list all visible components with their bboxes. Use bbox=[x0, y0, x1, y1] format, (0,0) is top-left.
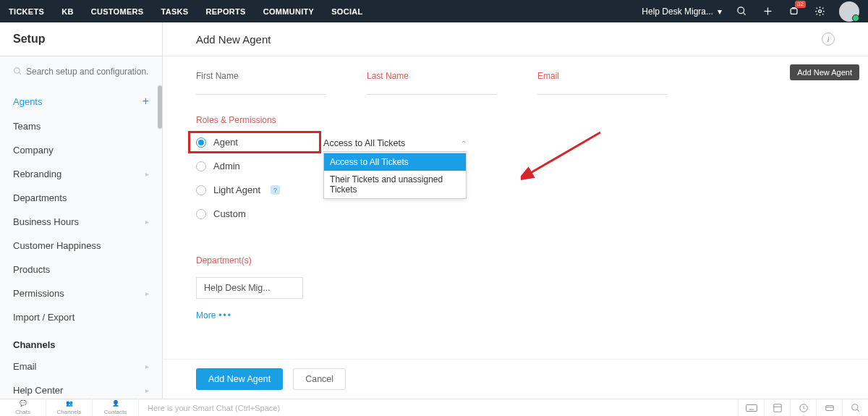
sidebar-item-help-center[interactable]: Help Center▸ bbox=[0, 378, 162, 399]
sb-contacts[interactable]: 👤 Contacts bbox=[93, 399, 139, 416]
card-icon[interactable] bbox=[816, 399, 842, 417]
scrollbar-thumb[interactable] bbox=[158, 85, 162, 129]
svg-rect-4 bbox=[791, 9, 797, 14]
radio-icon bbox=[196, 161, 206, 171]
notification-badge: 32 bbox=[795, 1, 806, 8]
svg-rect-15 bbox=[773, 404, 781, 412]
cancel-button[interactable]: Cancel bbox=[293, 368, 346, 390]
department-select[interactable]: Help Desk Mig... bbox=[196, 277, 303, 299]
window-icon[interactable] bbox=[764, 399, 790, 417]
sidebar-item-label: Teams bbox=[13, 121, 41, 132]
sidebar-item-email[interactable]: Email▸ bbox=[0, 355, 162, 378]
role-option-light-agent[interactable]: Light Agent ? bbox=[196, 184, 280, 195]
sidebar-item-label: Customer Happiness bbox=[13, 240, 101, 251]
main-panel: Add New Agent i Add New Agent First Name… bbox=[163, 22, 868, 399]
more-label: More bbox=[196, 310, 216, 321]
sidebar-item-label: Import / Export bbox=[13, 312, 75, 323]
footer-bar: Add New Agent Cancel bbox=[163, 359, 868, 399]
sidebar-item-label: Rebranding bbox=[13, 169, 61, 179]
role-option-admin[interactable]: Admin bbox=[196, 161, 280, 171]
sidebar-title: Setup bbox=[0, 22, 162, 56]
first-name-field[interactable]: First Name bbox=[196, 71, 326, 95]
sidebar-item-rebranding[interactable]: Rebranding▸ bbox=[0, 162, 162, 186]
nav-tasks[interactable]: TASKS bbox=[161, 7, 188, 16]
avatar[interactable] bbox=[839, 1, 859, 22]
nav-tickets[interactable]: TICKETS bbox=[9, 7, 44, 16]
role-label: Agent bbox=[213, 137, 238, 148]
page-title: Add New Agent bbox=[196, 33, 271, 46]
chevron-down-icon: ▾ bbox=[718, 7, 722, 17]
sb-channels[interactable]: 👥 Channels bbox=[46, 399, 93, 416]
dots-icon: ••• bbox=[218, 310, 232, 321]
sidebar: Setup Agents + Teams Company Rebranding▸… bbox=[0, 22, 163, 399]
status-bar: 💬 Chats 👥 Channels 👤 Contacts Here is yo… bbox=[0, 399, 868, 416]
smart-chat-hint[interactable]: Here is your Smart Chat (Ctrl+Space) bbox=[139, 404, 738, 412]
sidebar-item-import-export[interactable]: Import / Export bbox=[0, 305, 162, 329]
plus-icon[interactable] bbox=[761, 5, 774, 18]
chevron-right-icon: ▸ bbox=[145, 386, 149, 394]
role-label: Light Agent bbox=[213, 184, 260, 195]
permission-select[interactable]: Access to All Tickets ⌃ Access to All Ti… bbox=[323, 135, 467, 152]
permission-option[interactable]: Access to All Tickets bbox=[324, 153, 466, 171]
nav-community[interactable]: COMMUNITY bbox=[263, 7, 315, 16]
top-nav: TICKETS KB CUSTOMERS TASKS REPORTS COMMU… bbox=[0, 0, 868, 22]
sidebar-item-label: Agents bbox=[13, 96, 42, 107]
sidebar-list: Agents + Teams Company Rebranding▸ Depar… bbox=[0, 85, 162, 399]
chevron-right-icon: ▸ bbox=[145, 362, 149, 370]
sb-chats[interactable]: 💬 Chats bbox=[0, 399, 46, 416]
role-label: Admin bbox=[213, 161, 240, 171]
sidebar-item-departments[interactable]: Departments bbox=[0, 186, 162, 210]
sidebar-item-business-hours[interactable]: Business Hours▸ bbox=[0, 210, 162, 234]
role-option-custom[interactable]: Custom bbox=[196, 208, 280, 219]
svg-line-1 bbox=[743, 12, 745, 14]
notifications-icon[interactable]: 32 bbox=[787, 5, 800, 18]
first-name-label: First Name bbox=[196, 71, 326, 81]
svg-rect-9 bbox=[746, 404, 757, 411]
sidebar-item-permissions[interactable]: Permissions▸ bbox=[0, 281, 162, 305]
sb-label: Chats bbox=[15, 409, 30, 415]
permission-option[interactable]: Their Tickets and unassigned Tickets bbox=[324, 171, 466, 198]
sidebar-item-teams[interactable]: Teams bbox=[0, 114, 162, 138]
roles-section-label: Roles & Permissions bbox=[196, 115, 835, 125]
gear-icon[interactable] bbox=[813, 5, 826, 18]
keyboard-icon[interactable] bbox=[738, 399, 764, 417]
nav-reports[interactable]: REPORTS bbox=[205, 7, 245, 16]
nav-social[interactable]: SOCIAL bbox=[331, 7, 362, 16]
search-icon[interactable] bbox=[735, 5, 748, 18]
search-icon bbox=[13, 67, 22, 76]
svg-point-5 bbox=[818, 10, 821, 13]
add-agent-icon[interactable]: + bbox=[142, 95, 149, 108]
sidebar-section-channels: Channels bbox=[0, 329, 162, 355]
email-field[interactable]: Email bbox=[537, 71, 668, 95]
sidebar-search-input[interactable] bbox=[10, 62, 152, 81]
svg-point-20 bbox=[851, 404, 857, 409]
permission-dropdown: Access to All Tickets Their Tickets and … bbox=[323, 153, 467, 199]
last-name-field[interactable]: Last Name bbox=[367, 71, 497, 95]
sidebar-item-label: Business Hours bbox=[13, 216, 79, 227]
org-dropdown[interactable]: Help Desk Migra... ▾ bbox=[642, 7, 722, 17]
sidebar-item-products[interactable]: Products bbox=[0, 258, 162, 281]
chevron-up-icon: ⌃ bbox=[461, 140, 467, 148]
clock-icon[interactable] bbox=[790, 399, 816, 417]
permission-selected: Access to All Tickets bbox=[323, 138, 405, 148]
more-link[interactable]: More ••• bbox=[196, 310, 232, 321]
help-icon[interactable]: ? bbox=[271, 185, 280, 195]
top-nav-items: TICKETS KB CUSTOMERS TASKS REPORTS COMMU… bbox=[9, 7, 363, 16]
chevron-right-icon: ▸ bbox=[145, 289, 149, 297]
sidebar-item-company[interactable]: Company bbox=[0, 138, 162, 162]
search-icon[interactable] bbox=[842, 399, 868, 417]
role-option-agent[interactable]: Agent bbox=[188, 131, 321, 153]
roles-list: Agent Admin Light Agent ? Custom bbox=[196, 137, 280, 219]
nav-kb[interactable]: KB bbox=[61, 7, 74, 16]
add-agent-button[interactable]: Add New Agent bbox=[196, 368, 283, 390]
chat-icon: 💬 bbox=[20, 400, 27, 408]
sidebar-item-label: Help Center bbox=[13, 385, 63, 396]
department-label: Department(s) bbox=[196, 255, 835, 266]
sidebar-item-label: Products bbox=[13, 264, 50, 275]
radio-icon bbox=[196, 209, 206, 219]
chevron-right-icon: ▸ bbox=[145, 218, 149, 226]
sidebar-item-agents[interactable]: Agents + bbox=[0, 88, 162, 114]
nav-customers[interactable]: CUSTOMERS bbox=[91, 7, 144, 16]
sidebar-item-happiness[interactable]: Customer Happiness bbox=[0, 234, 162, 258]
info-icon[interactable]: i bbox=[822, 33, 835, 46]
